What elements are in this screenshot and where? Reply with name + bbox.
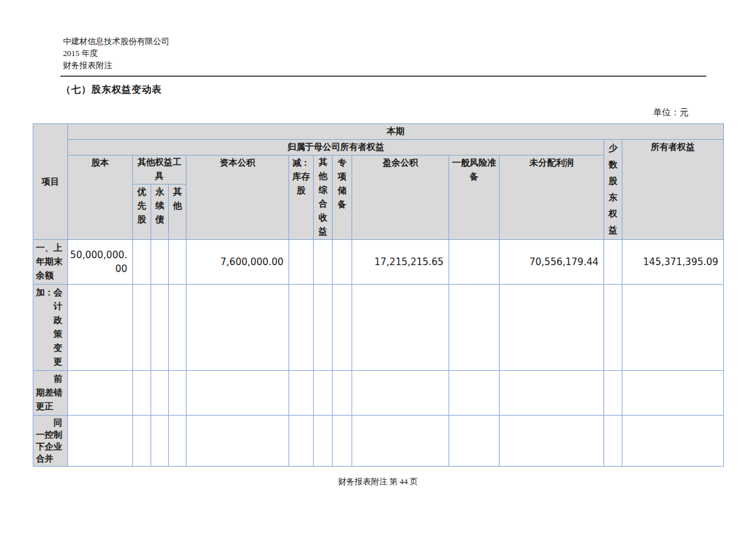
cell-special-reserve [333, 371, 352, 416]
cell-minority-interest [604, 416, 622, 467]
col-header-parent-equity: 归属于母公司所有者权益 [68, 140, 604, 156]
cell-surplus-reserve [352, 285, 449, 371]
col-header-other-comprehensive-income: 其他综合收益 [314, 156, 333, 240]
cell-general-risk-reserve [449, 285, 500, 371]
col-header-general-risk-reserve: 一般风险准备 [449, 156, 500, 240]
cell-owners-equity-total [622, 416, 724, 467]
col-header-item: 项目 [33, 124, 68, 240]
cell-general-risk-reserve [449, 416, 500, 467]
cell-less-treasury-shares [289, 371, 314, 416]
cell-share-capital [68, 285, 133, 371]
cell-preferred-shares [133, 240, 151, 285]
table-row-opening-balance: 一、上年期末余额 50,000,000.00 7,600,000.00 17,2… [33, 240, 724, 285]
col-header-perpetual-bonds: 永续债 [151, 185, 169, 240]
unit-label: 单位：元 [653, 107, 689, 118]
col-header-less-treasury-shares: 减：库存股 [289, 156, 314, 240]
cell-owners-equity-total: 145,371,395.09 [622, 240, 724, 285]
col-header-owners-equity: 所有者权益 [622, 140, 724, 240]
cell-undistributed-profit: 70,556,179.44 [500, 240, 604, 285]
cell-surplus-reserve: 17,215,215.65 [352, 240, 449, 285]
col-header-minority-interest: 少数股东权益 [604, 140, 622, 240]
cell-other-comprehensive-income [314, 416, 333, 467]
table-row-prior-error-correction: 前期差错更正 [33, 371, 724, 416]
cell-owners-equity-total [622, 371, 724, 416]
cell-perpetual-bonds [151, 371, 169, 416]
cell-share-capital: 50,000,000.00 [68, 240, 133, 285]
cell-general-risk-reserve [449, 371, 500, 416]
table-row-common-control-combination: 同一控制下企业合并 [33, 416, 724, 467]
cell-other-comprehensive-income [314, 371, 333, 416]
col-header-other: 其他 [169, 185, 186, 240]
cell-preferred-shares [133, 416, 151, 467]
company-name: 中建材信息技术股份有限公司 [63, 35, 169, 47]
col-header-period: 本期 [68, 124, 724, 140]
cell-capital-reserve: 7,600,000.00 [186, 240, 289, 285]
cell-minority-interest [604, 240, 622, 285]
cell-surplus-reserve [352, 416, 449, 467]
cell-less-treasury-shares [289, 416, 314, 467]
row-label: 一、上年期末余额 [33, 240, 68, 285]
col-header-share-capital: 股本 [68, 156, 133, 240]
cell-minority-interest [604, 371, 622, 416]
section-title: （七）股东权益变动表 [61, 84, 162, 96]
cell-other [169, 285, 186, 371]
cell-capital-reserve [186, 416, 289, 467]
cell-undistributed-profit [500, 285, 604, 371]
cell-capital-reserve [186, 371, 289, 416]
cell-special-reserve [333, 285, 352, 371]
cell-perpetual-bonds [151, 416, 169, 467]
fiscal-year: 2015 年度 [63, 47, 169, 59]
cell-preferred-shares [133, 371, 151, 416]
cell-perpetual-bonds [151, 240, 169, 285]
cell-other-comprehensive-income [314, 285, 333, 371]
col-header-special-reserve: 专项储备 [333, 156, 352, 240]
cell-other-comprehensive-income [314, 240, 333, 285]
equity-change-table: 项目 本期 归属于母公司所有者权益 少数股东权益 所有者权益 股本 其他权益工具… [33, 123, 724, 467]
cell-less-treasury-shares [289, 240, 314, 285]
col-header-surplus-reserve: 盈余公积 [352, 156, 449, 240]
doc-header: 中建材信息技术股份有限公司 2015 年度 财务报表附注 [63, 35, 169, 71]
col-header-other-equity-instruments: 其他权益工具 [133, 156, 186, 185]
cell-preferred-shares [133, 285, 151, 371]
cell-special-reserve [333, 240, 352, 285]
cell-other [169, 416, 186, 467]
table-row-accounting-policy-change: 加：会计政策变更 [33, 285, 724, 371]
cell-general-risk-reserve [449, 240, 500, 285]
row-label: 加：会计政策变更 [33, 285, 68, 371]
document-page: 中建材信息技术股份有限公司 2015 年度 财务报表附注 （七）股东权益变动表 … [0, 0, 756, 534]
col-header-capital-reserve: 资本公积 [186, 156, 289, 240]
page-footer: 财务报表附注 第 44 页 [0, 476, 756, 487]
cell-special-reserve [333, 416, 352, 467]
cell-capital-reserve [186, 285, 289, 371]
cell-other [169, 371, 186, 416]
cell-undistributed-profit [500, 416, 604, 467]
cell-perpetual-bonds [151, 285, 169, 371]
cell-minority-interest [604, 285, 622, 371]
row-label: 同一控制下企业合并 [33, 416, 68, 467]
doc-type: 财务报表附注 [63, 59, 169, 71]
cell-other [169, 240, 186, 285]
cell-undistributed-profit [500, 371, 604, 416]
row-label: 前期差错更正 [33, 371, 68, 416]
col-header-preferred-shares: 优先股 [133, 185, 151, 240]
cell-share-capital [68, 371, 133, 416]
cell-share-capital [68, 416, 133, 467]
col-header-undistributed-profit: 未分配利润 [500, 156, 604, 240]
cell-less-treasury-shares [289, 285, 314, 371]
cell-surplus-reserve [352, 371, 449, 416]
cell-owners-equity-total [622, 285, 724, 371]
header-rule [60, 76, 706, 77]
